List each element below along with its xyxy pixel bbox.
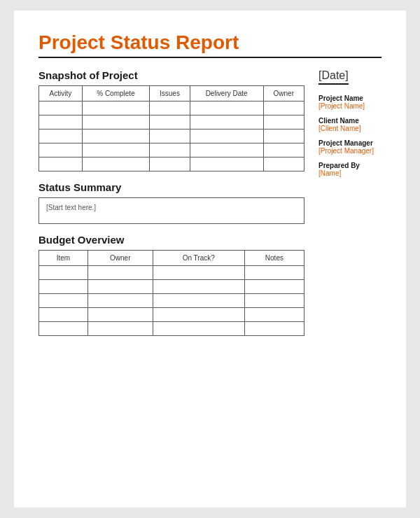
snapshot-cell[interactable] (263, 115, 304, 130)
prepared-by-block: Prepared By [Name] (318, 162, 406, 177)
snapshot-cell[interactable] (39, 130, 83, 144)
prepared-by-value[interactable]: [Name] (318, 169, 406, 177)
budget-row (39, 294, 304, 308)
project-manager-block: Project Manager [Project Manager] (318, 139, 406, 155)
snapshot-col-issues: Issues (150, 86, 190, 102)
page-container: Project Status Report Snapshot of Projec… (14, 10, 406, 507)
budget-cell[interactable] (88, 294, 153, 308)
budget-col-owner: Owner (88, 251, 153, 266)
snapshot-cell[interactable] (82, 115, 149, 130)
status-summary-box[interactable]: [Start text here.] (38, 197, 304, 224)
budget-row (39, 308, 304, 322)
status-summary-title: Status Summary (38, 181, 304, 193)
project-name-block: Project Name [Project Name] (318, 94, 406, 110)
snapshot-cell[interactable] (82, 158, 149, 172)
snapshot-cell[interactable] (150, 115, 190, 130)
budget-cell[interactable] (244, 266, 304, 280)
budget-row (39, 322, 304, 336)
project-manager-label: Project Manager (318, 139, 406, 147)
snapshot-cell[interactable] (39, 102, 83, 115)
status-summary-section: Status Summary [Start text here.] (38, 181, 304, 224)
budget-header-row: Item Owner On Track? Notes (39, 251, 304, 266)
budget-cell[interactable] (88, 266, 153, 280)
right-column: [Date] Project Name [Project Name] Clien… (318, 69, 406, 336)
prepared-by-label: Prepared By (318, 162, 406, 169)
project-manager-value[interactable]: [Project Manager] (318, 147, 406, 155)
budget-cell[interactable] (153, 308, 244, 322)
snapshot-cell[interactable] (150, 130, 190, 144)
snapshot-col-owner: Owner (263, 86, 304, 102)
snapshot-cell[interactable] (190, 130, 263, 144)
snapshot-cell[interactable] (39, 115, 83, 130)
snapshot-cell[interactable] (190, 158, 263, 172)
snapshot-cell[interactable] (263, 144, 304, 158)
budget-row (39, 280, 304, 294)
budget-col-item: Item (39, 251, 88, 266)
snapshot-cell[interactable] (150, 102, 190, 115)
client-name-value[interactable]: [Client Name] (318, 125, 406, 132)
budget-cell[interactable] (153, 266, 244, 280)
snapshot-cell[interactable] (263, 130, 304, 144)
client-name-label: Client Name (318, 117, 406, 125)
snapshot-cell[interactable] (190, 144, 263, 158)
snapshot-cell[interactable] (82, 102, 149, 115)
snapshot-row (39, 102, 304, 115)
snapshot-cell[interactable] (150, 158, 190, 172)
budget-table: Item Owner On Track? Notes (38, 250, 304, 336)
snapshot-row (39, 144, 304, 158)
snapshot-cell[interactable] (82, 144, 149, 158)
project-name-value[interactable]: [Project Name] (318, 102, 406, 110)
snapshot-cell[interactable] (263, 158, 304, 172)
budget-cell[interactable] (39, 280, 88, 294)
budget-cell[interactable] (39, 322, 88, 336)
budget-cell[interactable] (88, 322, 153, 336)
budget-overview-section: Budget Overview Item Owner On Track? Not… (38, 234, 304, 336)
budget-cell[interactable] (39, 266, 88, 280)
budget-cell[interactable] (88, 308, 153, 322)
budget-row (39, 266, 304, 280)
budget-cell[interactable] (244, 308, 304, 322)
budget-cell[interactable] (244, 322, 304, 336)
left-column: Snapshot of Project Activity % Complete … (38, 69, 304, 336)
snapshot-cell[interactable] (150, 144, 190, 158)
snapshot-cell[interactable] (190, 102, 263, 115)
snapshot-table: Activity % Complete Issues Delivery Date… (38, 85, 304, 172)
budget-cell[interactable] (39, 294, 88, 308)
snapshot-col-delivery: Delivery Date (190, 86, 263, 102)
budget-cell[interactable] (244, 294, 304, 308)
snapshot-row (39, 115, 304, 130)
snapshot-header-row: Activity % Complete Issues Delivery Date… (39, 86, 304, 102)
snapshot-cell[interactable] (82, 130, 149, 144)
snapshot-col-complete: % Complete (82, 86, 149, 102)
budget-cell[interactable] (244, 280, 304, 294)
snapshot-cell[interactable] (263, 102, 304, 115)
project-name-label: Project Name (318, 94, 406, 102)
snapshot-cell[interactable] (39, 158, 83, 172)
snapshot-cell[interactable] (190, 115, 263, 130)
budget-col-notes: Notes (244, 251, 304, 266)
budget-cell[interactable] (153, 322, 244, 336)
budget-cell[interactable] (88, 280, 153, 294)
budget-cell[interactable] (153, 294, 244, 308)
title-divider (38, 57, 382, 58)
snapshot-cell[interactable] (39, 144, 83, 158)
client-name-block: Client Name [Client Name] (318, 117, 406, 132)
budget-col-ontrack: On Track? (153, 251, 244, 266)
snapshot-row (39, 130, 304, 144)
page-title: Project Status Report (38, 31, 382, 54)
budget-cell[interactable] (153, 280, 244, 294)
snapshot-col-activity: Activity (39, 86, 83, 102)
date-placeholder: [Date] (318, 69, 349, 85)
budget-overview-title: Budget Overview (38, 234, 304, 246)
snapshot-section-title: Snapshot of Project (38, 69, 304, 81)
budget-cell[interactable] (39, 308, 88, 322)
snapshot-row (39, 158, 304, 172)
main-content: Snapshot of Project Activity % Complete … (38, 69, 382, 336)
